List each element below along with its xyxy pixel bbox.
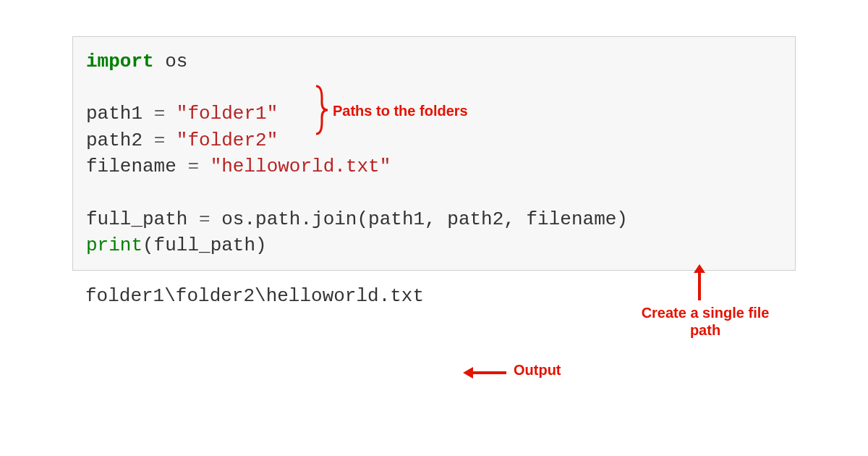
code-line-1: import os [86,48,782,75]
keyword-import: import [86,51,154,72]
arrow-left-icon [463,366,506,380]
string-literal: "helloworld.txt" [199,156,391,177]
code-line-4: path2 = "folder2" [86,127,782,153]
string-literal: "folder1" [165,103,278,124]
arrow-up-icon [692,264,707,300]
code-line-8: print(full_path) [86,232,782,258]
code-example-container: import os path1 = "folder1" path2 = "fol… [72,36,796,307]
svg-marker-1 [694,264,705,273]
string-literal: "folder2" [165,130,278,151]
output-text: folder1\folder2\helloworld.txt [72,271,796,307]
annotation-output: Output [514,362,561,379]
code-line-7: full_path = os.path.join(path1, path2, f… [86,206,782,232]
blank-line [86,180,782,206]
annotation-create: Create a single file path [633,304,778,339]
blank-line [86,75,782,101]
annotation-paths: Paths to the folders [333,103,468,119]
keyword-print: print [86,235,142,256]
brace-icon [315,85,329,135]
svg-marker-3 [463,367,473,379]
code-line-5: filename = "helloworld.txt" [86,153,782,180]
code-block: import os path1 = "folder1" path2 = "fol… [72,36,796,271]
